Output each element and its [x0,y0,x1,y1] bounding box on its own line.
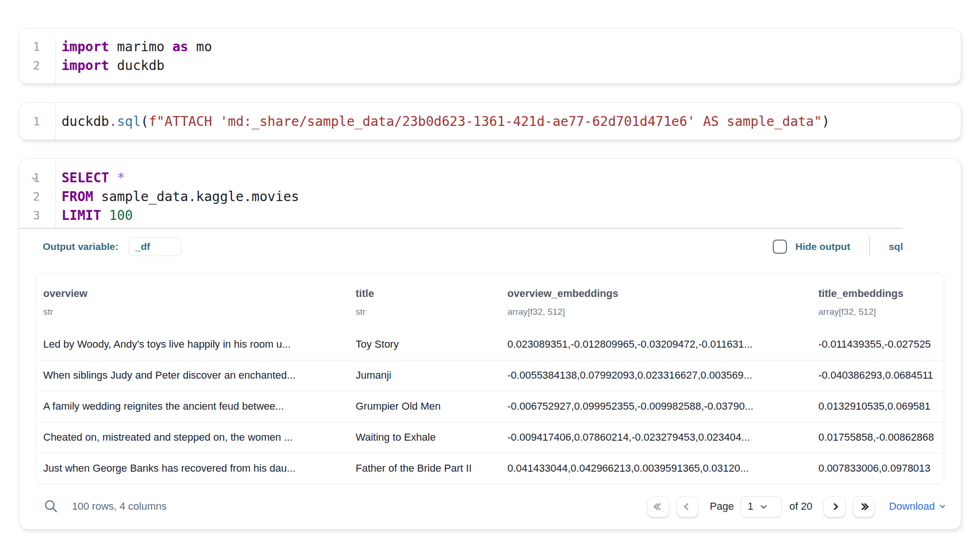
code-token: duckdb [109,58,164,73]
page-label: Page [710,500,734,513]
next-page-button[interactable] [824,496,846,517]
line-number: 1 [19,169,40,187]
table-summary-group: 100 rows, 4 columns [36,499,167,514]
hide-output-label[interactable]: Hide output [795,241,850,252]
cell-overview-embeddings: -0.0055384138,0.07992093,0.023316627,0.0… [507,369,818,381]
line-number-gutter: 1 2 [19,38,56,84]
line-number: 1 [19,112,40,131]
double-chevron-left-icon [654,504,662,509]
code-area[interactable]: SELECT * FROM sample_data.kaggle.movies … [56,159,961,228]
table-row: Led by Woody, Andy's toys live happily i… [36,329,944,360]
line-number-gutter: 1 [19,103,56,140]
previous-page-button[interactable] [677,496,699,517]
keyword-token: import [62,58,109,73]
first-page-button[interactable] [647,496,669,517]
keyword-token: FROM [62,189,93,204]
line-number: 1 [19,38,40,56]
page-count-label: of 20 [789,500,812,513]
keyword-token: LIMIT [62,208,109,223]
column-header-overview-embeddings[interactable]: overview_embeddings array[f32, 512] [507,288,818,329]
cell-overview: A family wedding reignites the ancient f… [36,400,356,412]
table-row: A family wedding reignites the ancient f… [36,391,944,422]
column-type: array[f32, 512] [507,307,818,317]
cell-title: Grumpier Old Men [356,400,507,412]
table-footer: 100 rows, 4 columns Page 1 of 20 Downloa… [36,484,944,529]
editor-output-divider [19,228,903,229]
function-token: sql [117,114,141,129]
row-count-summary: 100 rows, 4 columns [72,500,167,513]
language-badge: sql [889,241,903,252]
page-select[interactable]: 1 [740,496,782,517]
last-page-button[interactable] [853,496,875,517]
line-number: 3 [19,206,40,225]
code-token: ( [141,114,149,129]
cell-overview: When siblings Judy and Peter discover an… [36,369,356,381]
cell-overview-embeddings: 0.041433044,0.042966213,0.0039591365,0.0… [507,462,818,474]
download-button[interactable]: Download [889,500,944,513]
column-name: title_embeddings [818,288,944,300]
code-token: sample_data.kaggle.movies [93,189,299,204]
output-variable-value: _df [135,241,150,252]
keyword-token: SELECT [62,170,117,186]
string-token: f"ATTACH 'md:_share/sample_data/23b0d623… [148,114,822,129]
cell-overview: Led by Woody, Andy's toys live happily i… [36,338,356,350]
double-chevron-right-icon [860,504,868,509]
code-editor[interactable]: 1 2 3 SELECT * FROM sample_data.kaggle.m… [19,159,961,228]
cell-overview-embeddings: -0.006752927,0.099952355,-0.009982588,-0… [507,400,818,412]
chevron-right-icon [831,503,839,510]
code-editor[interactable]: 1 2 import marimo as mo import duckdb [19,29,961,93]
table-row: Cheated on, mistreated and stepped on, t… [36,422,944,453]
keyword-token: import [62,39,109,54]
column-name: overview [43,288,356,300]
column-type: str [43,307,356,317]
column-header-title-embeddings[interactable]: title_embeddings array[f32, 512] [818,288,944,329]
code-area[interactable]: import marimo as mo import duckdb [56,38,961,84]
cell-title: Waiting to Exhale [356,431,507,443]
code-line: FROM sample_data.kaggle.movies [62,187,961,206]
code-line: import marimo as mo [62,38,961,56]
chevron-down-icon [761,503,767,509]
output-variable-input[interactable]: _df [129,237,181,256]
hide-output-checkbox[interactable] [773,240,787,254]
cell-title-embeddings: -0.011439355,-0.027525 [818,338,944,350]
operator-token: . [109,114,117,129]
column-type: array[f32, 512] [818,307,944,317]
cell-title-embeddings: 0.0132910535,0.069581 [818,400,944,412]
search-icon[interactable] [44,499,59,514]
code-line: import duckdb [62,56,961,75]
code-editor[interactable]: 1 duckdb.sql(f"ATTACH 'md:_share/sample_… [19,103,961,140]
code-token: ) [822,114,830,129]
cell-overview: Just when George Banks has recovered fro… [36,462,356,474]
code-line: LIMIT 100 [62,206,961,225]
output-variable-group: Output variable: _df [43,237,181,256]
code-area[interactable]: duckdb.sql(f"ATTACH 'md:_share/sample_da… [56,103,961,140]
code-token: marimo [109,39,172,54]
page-select-value: 1 [747,500,753,513]
output-variable-label: Output variable: [43,241,118,252]
cell-title-embeddings: 0.01755858,-0.00862868 [818,431,944,443]
cell-overview-embeddings: -0.009417406,0.07860214,-0.023279453,0.0… [507,431,818,443]
code-line: duckdb.sql(f"ATTACH 'md:_share/sample_da… [62,112,961,131]
cell-title-embeddings: -0.040386293,0.0684511 [818,369,944,381]
column-header-title[interactable]: title str [356,288,507,329]
cell-overview: Cheated on, mistreated and stepped on, t… [36,431,356,443]
sql-cell: 1 2 3 SELECT * FROM sample_data.kaggle.m… [19,158,961,529]
cell-overview-embeddings: 0.023089351,-0.012809965,-0.03209472,-0.… [507,338,818,350]
pagination: Page 1 of 20 Download [647,496,944,517]
chevron-down-icon [940,503,945,508]
table-row: When siblings Judy and Peter discover an… [36,360,944,391]
chevron-left-icon [684,503,692,510]
divider [869,237,870,257]
operator-token: * [117,170,125,186]
number-token: 100 [109,208,133,223]
keyword-token: as [172,39,188,54]
column-name: title [356,288,507,300]
cell-title-embeddings: 0.007833006,0.0978013 [818,462,944,474]
code-line: SELECT * [62,169,961,187]
code-token: duckdb [62,114,109,129]
cell-title: Jumanji [356,369,507,381]
code-token: mo [188,39,212,54]
cell-title: Father of the Bride Part II [356,462,507,474]
output-options-group: Hide output sql [773,237,903,257]
column-header-overview[interactable]: overview str [36,288,356,329]
